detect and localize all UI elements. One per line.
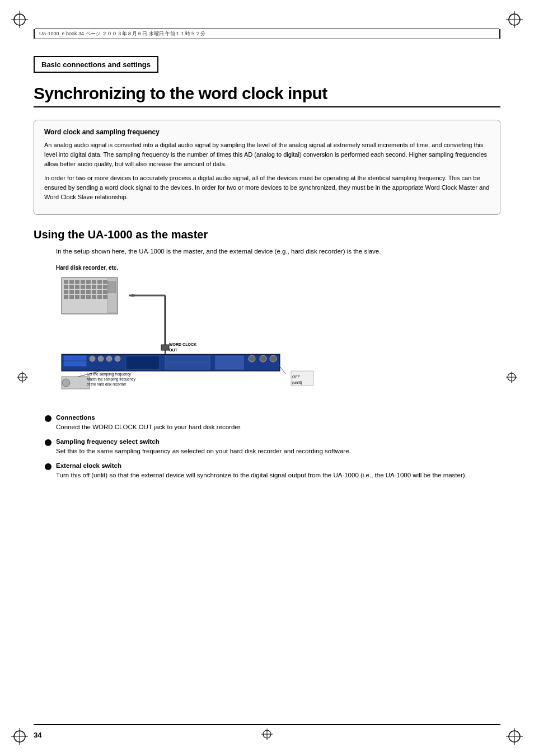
svg-point-68 [115,356,120,361]
svg-rect-37 [103,285,107,289]
svg-point-74 [260,355,266,362]
svg-rect-26 [86,280,91,284]
svg-point-67 [106,356,112,361]
main-content: Basic connections and settings Synchroni… [34,56,500,722]
main-title: Synchronizing to the word clock input [34,84,500,107]
svg-rect-59 [161,345,169,350]
bullet-circle-0 [45,415,51,422]
subsection-heading: Using the UA-1000 as the master [34,228,500,241]
bottom-center-mark [261,729,273,742]
bullet-content-2: External clock switch Turn this off (unl… [56,462,500,481]
svg-rect-51 [92,295,96,299]
diagram-area: Hard disk recorder, etc. [56,265,500,404]
bullet-content-0: Connections Connect the WORD CLOCK OUT j… [56,414,500,433]
svg-text:WORD CLOCK: WORD CLOCK [169,342,196,346]
section-label-box: Basic connections and settings [34,56,158,73]
svg-rect-42 [86,290,91,294]
bullet-circle-1 [45,439,51,446]
side-mark-left [17,372,28,385]
corner-mark-br [506,728,523,745]
svg-rect-64 [64,361,86,366]
svg-rect-43 [92,290,96,294]
svg-rect-69 [126,356,160,369]
bullet-content-1: Sampling frequency select switch Set thi… [56,438,500,457]
svg-rect-71 [165,364,210,369]
bullet-text-0: Connect the WORD CLOCK OUT jack to your … [56,422,500,433]
bullet-item-2: External clock switch Turn this off (unl… [45,462,500,481]
svg-rect-38 [64,290,68,294]
svg-rect-28 [97,280,102,284]
info-box-paragraph1: An analog audio signal is converted into… [44,140,490,169]
svg-rect-39 [69,290,74,294]
meta-line: UA-1000_e.book 34 ページ ２００３年８月６日 水曜日 午前１１… [34,29,500,39]
svg-rect-48 [75,295,79,299]
svg-rect-41 [81,290,85,294]
svg-rect-23 [69,280,74,284]
svg-text:of the hard disk recorder: of the hard disk recorder [87,382,127,386]
svg-point-65 [90,356,95,361]
svg-rect-31 [69,285,74,289]
diagram-svg: WORD CLOCK OUT [56,273,369,402]
bullet-title-1: Sampling frequency select switch [56,438,500,445]
svg-rect-53 [103,295,107,299]
info-box-title: Word clock and sampling frequency [44,128,490,136]
bullet-list: Connections Connect the WORD CLOCK OUT j… [34,414,500,480]
page-number: 34 [34,731,41,739]
svg-rect-30 [64,285,68,289]
svg-rect-47 [69,295,74,299]
svg-text:OUT: OUT [169,348,178,352]
svg-rect-29 [103,280,107,284]
svg-text:Set the sampling frequency: Set the sampling frequency [87,372,132,377]
svg-text:Match the sampling frequency: Match the sampling frequency [87,377,135,382]
info-box: Word clock and sampling frequency An ana… [34,120,500,215]
bullet-item-1: Sampling frequency select switch Set thi… [45,438,500,457]
svg-rect-33 [81,285,85,289]
svg-rect-70 [165,356,210,363]
svg-point-73 [249,355,255,362]
bullet-text-1: Set this to the same sampling frequency … [56,447,500,457]
svg-rect-55 [108,281,116,293]
svg-rect-40 [75,290,79,294]
bullet-circle-2 [45,463,51,470]
svg-text:(unlit): (unlit) [292,381,302,385]
svg-marker-57 [132,294,137,297]
svg-rect-63 [64,356,86,360]
svg-rect-72 [216,356,243,369]
svg-rect-46 [64,295,68,299]
svg-rect-32 [75,285,79,289]
section-label: Basic connections and settings [41,60,151,69]
svg-text:OFF: OFF [292,375,300,379]
intro-text: In the setup shown here, the UA-1000 is … [56,247,500,257]
bullet-title-0: Connections [56,414,500,421]
svg-rect-25 [81,280,85,284]
svg-rect-49 [81,295,85,299]
corner-mark-bl [11,728,28,745]
svg-rect-45 [103,290,107,294]
svg-rect-27 [92,280,96,284]
svg-rect-22 [64,280,68,284]
bottom-rule [34,724,500,725]
svg-rect-52 [97,295,102,299]
info-box-paragraph2: In order for two or more devices to accu… [44,173,490,202]
hdd-label: Hard disk recorder, etc. [56,265,500,271]
bullet-item-0: Connections Connect the WORD CLOCK OUT j… [45,414,500,433]
side-mark-right [506,372,517,385]
svg-point-66 [98,356,104,361]
bullet-title-2: External clock switch [56,462,500,469]
svg-point-75 [270,355,277,362]
page: UA-1000_e.book 34 ページ ２００３年８月６日 水曜日 午前１１… [0,0,534,756]
svg-rect-36 [97,285,102,289]
svg-rect-50 [86,295,91,299]
meta-text: UA-1000_e.book 34 ページ ２００３年８月６日 水曜日 午前１１… [39,30,205,37]
svg-rect-44 [97,290,102,294]
bullet-text-2: Turn this off (unlit) so that the extern… [56,471,500,481]
svg-rect-24 [75,280,79,284]
svg-rect-34 [86,285,91,289]
svg-point-77 [62,379,70,387]
corner-mark-tr [506,11,523,28]
corner-mark-tl [11,11,28,28]
svg-rect-35 [92,285,96,289]
